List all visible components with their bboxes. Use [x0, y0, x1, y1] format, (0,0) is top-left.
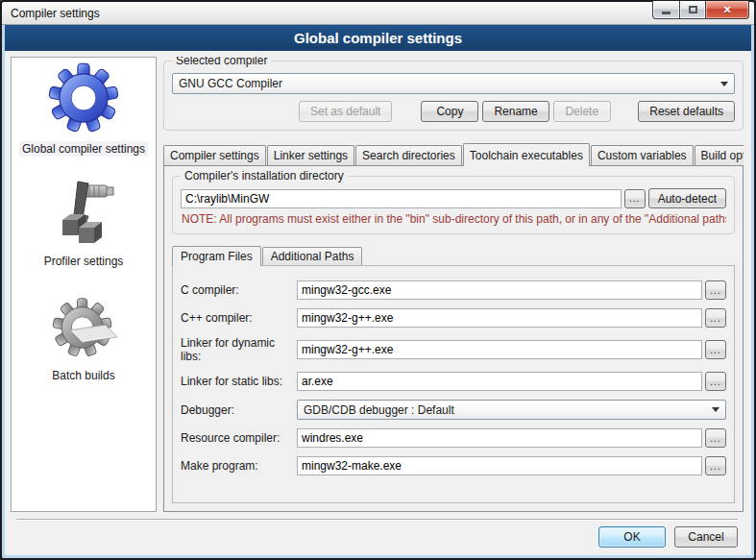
c-compiler-row: C compiler: ...	[181, 280, 726, 300]
settings-tabs: Compiler settings Linker settings Search…	[163, 142, 744, 165]
browse-resource-compiler-button[interactable]: ...	[705, 428, 726, 448]
static-linker-row: Linker for static libs: ...	[181, 372, 726, 391]
set-as-default-button[interactable]: Set as default	[299, 101, 392, 122]
installation-directory-label: Compiler's installation directory	[181, 169, 348, 183]
window-frame: Global compiler settings	[2, 25, 754, 558]
dialog-body: Global compiler settings	[5, 51, 751, 555]
bin-subdirectory-note: NOTE: All programs must exist either in …	[182, 212, 726, 226]
c-compiler-label: C compiler:	[181, 283, 294, 297]
cpp-compiler-input[interactable]	[297, 308, 702, 328]
auto-detect-button[interactable]: Auto-detect	[648, 188, 726, 208]
browse-static-linker-button[interactable]: ...	[705, 372, 726, 391]
sidebar-item-profiler-settings[interactable]: Profiler settings	[41, 178, 127, 269]
make-program-label: Make program:	[181, 459, 294, 473]
delete-button[interactable]: Delete	[553, 101, 611, 122]
debugger-row: Debugger: GDB/CDB debugger : Default	[181, 400, 726, 420]
close-icon: ✕	[722, 4, 731, 16]
tab-build-options[interactable]: Build options	[695, 145, 744, 165]
ok-button[interactable]: OK	[598, 526, 666, 548]
program-files-panel: C compiler: ... C++ compiler: ... Linker	[172, 265, 735, 503]
minimize-icon	[662, 12, 671, 14]
sidebar-item-label: Global compiler settings	[19, 141, 148, 157]
compiler-settings-dialog: Compiler settings ✕ Global compiler sett…	[0, 0, 756, 560]
browse-dynamic-linker-button[interactable]: ...	[705, 340, 726, 359]
browse-make-program-button[interactable]: ...	[705, 456, 726, 475]
tab-linker-settings[interactable]: Linker settings	[267, 145, 354, 165]
installation-directory-input[interactable]	[181, 189, 622, 208]
browse-directory-button[interactable]: ...	[624, 189, 646, 208]
sidebar-item-batch-builds[interactable]: Batch builds	[48, 294, 119, 383]
browse-c-compiler-button[interactable]: ...	[705, 280, 726, 300]
program-tabs: Program Files Additional Paths	[172, 245, 735, 265]
maximize-button[interactable]	[680, 1, 706, 19]
blue-gear-icon	[47, 61, 120, 134]
tab-toolchain-executables[interactable]: Toolchain executables	[463, 143, 590, 166]
cpp-compiler-label: C++ compiler:	[181, 311, 294, 325]
dialog-footer: OK Cancel	[11, 521, 744, 549]
cpp-compiler-row: C++ compiler: ...	[181, 308, 726, 328]
tab-program-files[interactable]: Program Files	[172, 246, 261, 266]
browse-cpp-compiler-button[interactable]: ...	[705, 308, 726, 328]
reset-defaults-button[interactable]: Reset defaults	[638, 101, 735, 122]
main-panel: Selected compiler GNU GCC Compiler Set a…	[163, 57, 744, 512]
tab-additional-paths[interactable]: Additional Paths	[262, 247, 363, 265]
debugger-select-value: GDB/CDB debugger : Default	[304, 403, 454, 417]
page-title: Global compiler settings	[5, 25, 751, 51]
sidebar-item-global-compiler-settings[interactable]: Global compiler settings	[19, 61, 148, 157]
tab-search-directories[interactable]: Search directories	[355, 145, 462, 165]
sidebar-item-label: Batch builds	[49, 368, 117, 383]
tab-custom-variables[interactable]: Custom variables	[591, 145, 694, 165]
settings-category-sidebar: Global compiler settings	[11, 57, 157, 512]
dynamic-linker-label: Linker for dynamic libs:	[181, 336, 294, 363]
compiler-actions: Set as default Copy Rename Delete Reset …	[172, 101, 735, 122]
window-controls: ✕	[652, 1, 749, 19]
c-compiler-input[interactable]	[297, 280, 702, 300]
compiler-select-value: GNU GCC Compiler	[179, 77, 282, 90]
selected-compiler-group: Selected compiler GNU GCC Compiler Set a…	[163, 61, 744, 131]
make-program-row: Make program: ...	[181, 456, 726, 475]
gray-gear-stack-icon	[48, 294, 119, 361]
maximize-icon	[689, 6, 697, 13]
rename-button[interactable]: Rename	[482, 101, 549, 122]
copy-button[interactable]: Copy	[421, 101, 478, 122]
tab-compiler-settings[interactable]: Compiler settings	[163, 145, 266, 165]
chevron-down-icon	[720, 82, 728, 86]
dynamic-linker-input[interactable]	[297, 340, 702, 359]
resource-compiler-input[interactable]	[297, 428, 702, 448]
cancel-button[interactable]: Cancel	[674, 526, 738, 548]
debugger-label: Debugger:	[181, 403, 294, 417]
debugger-select[interactable]: GDB/CDB debugger : Default	[297, 400, 726, 420]
chevron-down-icon	[712, 407, 719, 412]
title-bar[interactable]: Compiler settings ✕	[2, 2, 754, 25]
sidebar-item-label: Profiler settings	[41, 254, 127, 269]
installation-directory-group: Compiler's installation directory ... Au…	[172, 176, 735, 234]
static-linker-input[interactable]	[297, 372, 702, 391]
caliper-icon	[50, 178, 117, 247]
compiler-select[interactable]: GNU GCC Compiler	[172, 73, 735, 94]
toolchain-executables-panel: Compiler's installation directory ... Au…	[163, 165, 744, 512]
resource-compiler-row: Resource compiler: ...	[181, 428, 726, 448]
minimize-button[interactable]	[652, 1, 680, 19]
window-title: Compiler settings	[11, 7, 100, 20]
static-linker-label: Linker for static libs:	[181, 375, 294, 388]
selected-compiler-group-label: Selected compiler	[172, 57, 271, 67]
dynamic-linker-row: Linker for dynamic libs: ...	[181, 336, 726, 363]
make-program-input[interactable]	[297, 456, 702, 475]
resource-compiler-label: Resource compiler:	[181, 431, 294, 445]
close-button[interactable]: ✕	[706, 1, 749, 19]
